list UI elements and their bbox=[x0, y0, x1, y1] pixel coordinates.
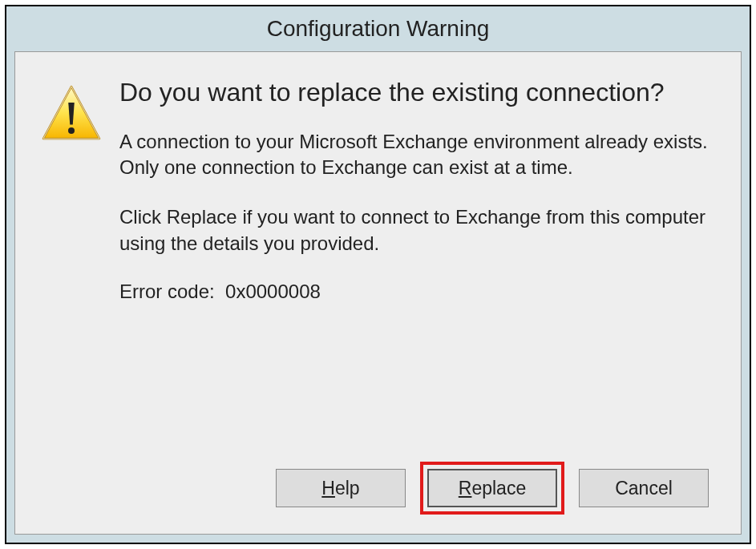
help-button-rest: elp bbox=[335, 478, 360, 499]
replace-button-highlight: Replace bbox=[420, 462, 564, 515]
replace-button[interactable]: Replace bbox=[427, 469, 557, 507]
icon-column bbox=[39, 76, 119, 462]
dialog-body-1: A connection to your Microsoft Exchange … bbox=[119, 129, 709, 181]
help-button-accel: H bbox=[321, 478, 335, 499]
dialog-title: Configuration Warning bbox=[267, 16, 490, 42]
content-row: Do you want to replace the existing conn… bbox=[39, 76, 709, 462]
help-button[interactable]: Help bbox=[276, 469, 406, 507]
warning-triangle-icon bbox=[39, 83, 103, 147]
error-code: 0x0000008 bbox=[225, 281, 321, 302]
configuration-warning-dialog: Configuration Warning bbox=[5, 5, 751, 544]
error-label: Error code: bbox=[119, 281, 215, 302]
cancel-button-label: Cancel bbox=[615, 478, 673, 499]
button-row: Help Replace Cancel bbox=[39, 462, 709, 518]
dialog-titlebar: Configuration Warning bbox=[6, 6, 750, 51]
dialog-heading: Do you want to replace the existing conn… bbox=[119, 76, 709, 110]
error-line: Error code: 0x0000008 bbox=[119, 281, 709, 303]
replace-button-rest: eplace bbox=[471, 478, 526, 499]
dialog-body-2: Click Replace if you want to connect to … bbox=[119, 204, 709, 256]
text-column: Do you want to replace the existing conn… bbox=[119, 76, 709, 462]
dialog-content: Do you want to replace the existing conn… bbox=[14, 51, 742, 535]
cancel-button[interactable]: Cancel bbox=[579, 469, 709, 507]
svg-point-2 bbox=[68, 127, 75, 134]
replace-button-accel: R bbox=[459, 478, 472, 499]
